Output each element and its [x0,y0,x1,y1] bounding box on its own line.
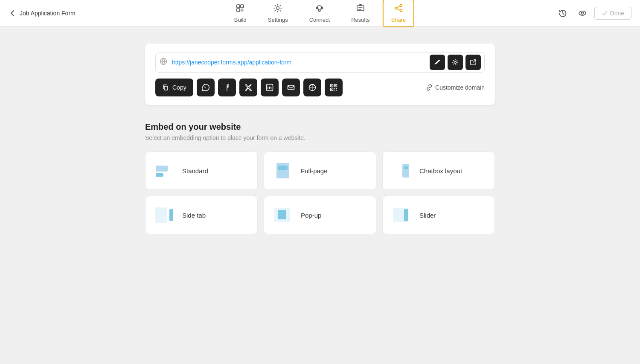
gear-icon [452,59,459,66]
qrcode-button[interactable] [325,79,343,96]
svg-point-12 [581,12,583,14]
nav-right-actions: Done [555,6,631,21]
svg-rect-24 [335,85,336,86]
embed-section: Embed on your website Select an embeddin… [145,122,495,234]
wordpress-icon [308,83,317,92]
email-icon [287,83,295,92]
share-icon [394,3,403,15]
page-title: Job Application Form [20,10,76,17]
svg-point-14 [454,61,457,64]
results-tab-label: Results [351,17,369,23]
url-settings-button[interactable] [448,55,463,70]
embed-option-popup[interactable]: Pop-up [264,196,376,234]
embed-title: Embed on your website [145,122,495,132]
svg-rect-23 [331,85,332,86]
facebook-button[interactable] [218,79,236,96]
main-content: https://janecooper.forms.app/application… [0,26,640,364]
whatsapp-icon [201,83,210,92]
url-card: https://janecooper.forms.app/application… [145,44,495,105]
tab-share[interactable]: Share [382,0,414,27]
embed-option-fullpage[interactable]: Full-page [264,151,376,190]
sidetab-icon [154,207,175,224]
svg-rect-7 [357,6,364,11]
edit-url-button[interactable] [430,55,445,70]
svg-rect-25 [331,89,332,90]
tab-build[interactable]: Build [226,0,255,27]
embed-option-standard[interactable]: Standard [145,151,258,190]
done-button[interactable]: Done [594,7,631,20]
tab-connect[interactable]: Connect [301,0,338,27]
twitter-icon [244,83,253,92]
url-action-buttons [430,55,481,70]
nav-tabs: Build Settings Connect [226,0,414,27]
wordpress-button[interactable] [303,79,321,96]
pencil-icon [434,59,441,66]
popup-icon [273,207,293,224]
copy-button[interactable]: Copy [155,79,193,96]
linkedin-button[interactable] [261,79,279,96]
popup-label: Pop-up [301,212,321,219]
embed-options-grid: Standard Full-page Chatbox layout [145,151,495,234]
whatsapp-button[interactable] [197,79,215,96]
globe-icon [159,57,168,68]
external-link-icon [470,59,477,66]
qrcode-icon [329,83,338,92]
facebook-icon [223,83,231,92]
done-label: Done [610,10,624,17]
standard-icon [154,162,175,179]
customize-domain-label: Customize domain [435,84,485,91]
slider-icon [391,207,412,224]
preview-button[interactable] [575,6,590,21]
history-button[interactable] [555,6,570,21]
build-icon [236,3,245,15]
connect-icon [315,3,324,15]
url-path: application-form [249,59,292,66]
svg-point-8 [400,4,402,6]
results-icon [356,3,365,15]
back-arrow-icon [9,9,17,17]
url-display: https://janecooper.forms.app/application… [172,59,425,66]
linkedin-icon [265,83,274,92]
link-icon [426,84,433,91]
settings-icon [273,3,282,15]
svg-point-9 [400,9,402,12]
connect-tab-label: Connect [309,17,330,23]
back-button[interactable]: Job Application Form [9,9,76,17]
share-tab-label: Share [391,17,406,23]
open-external-button[interactable] [465,55,481,70]
svg-rect-15 [164,86,168,90]
svg-rect-0 [237,5,240,8]
url-bar: https://janecooper.forms.app/application… [155,52,485,73]
chatbox-icon [391,162,412,179]
tab-results[interactable]: Results [343,0,378,27]
fullpage-icon [273,162,293,179]
settings-tab-label: Settings [268,17,288,23]
svg-rect-2 [237,9,240,12]
top-navigation: Job Application Form Build Settings [0,0,640,26]
fullpage-label: Full-page [301,167,328,175]
check-icon [602,10,608,16]
share-row: Copy [155,79,485,96]
build-tab-label: Build [234,17,247,23]
slider-label: Slider [419,212,436,219]
svg-point-3 [276,6,279,9]
svg-rect-18 [288,85,294,90]
embed-option-slider[interactable]: Slider [382,196,495,234]
sidetab-label: Side tab [182,212,206,219]
twitter-button[interactable] [239,79,257,96]
svg-point-17 [268,86,268,87]
embed-subtitle: Select an embedding option to place your… [145,134,495,141]
svg-point-10 [395,7,397,9]
email-button[interactable] [282,79,300,96]
chatbox-label: Chatbox layout [419,167,462,175]
copy-icon [162,84,169,91]
standard-label: Standard [182,167,208,175]
embed-option-sidetab[interactable]: Side tab [145,196,258,234]
tab-settings[interactable]: Settings [259,0,297,27]
svg-rect-1 [241,5,244,8]
svg-point-11 [579,11,586,15]
url-base: https://janecooper.forms.app/ [172,59,249,66]
embed-option-chatbox[interactable]: Chatbox layout [382,151,495,190]
customize-domain-link[interactable]: Customize domain [426,84,485,91]
copy-label: Copy [172,84,186,91]
